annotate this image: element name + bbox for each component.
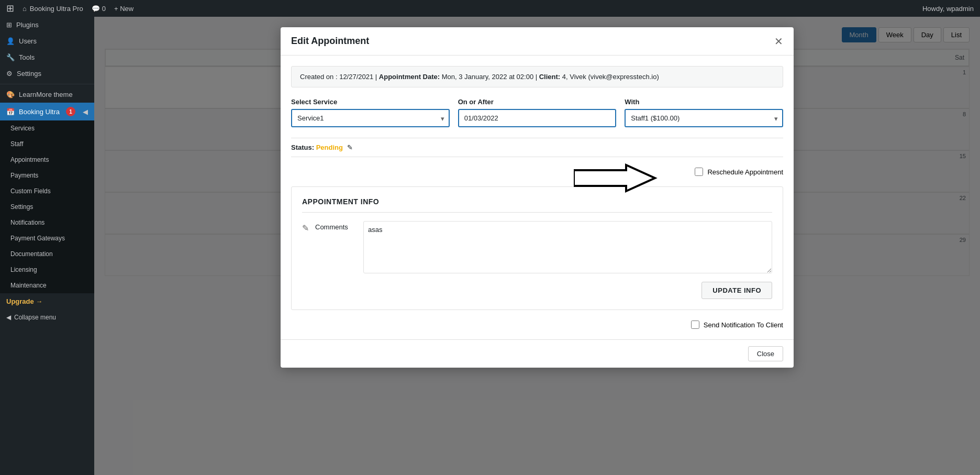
sidebar-item-maintenance[interactable]: Maintenance — [0, 278, 94, 293]
admin-bar: ⊞ ⌂ Booking Ultra Pro 💬 0 + New Howdy, w… — [0, 0, 980, 17]
status-edit-icon[interactable]: ✎ — [347, 143, 353, 151]
learnmore-icon: 🎨 — [6, 91, 15, 98]
sidebar-item-appointments[interactable]: Appointments — [0, 152, 94, 168]
modal-body: Created on : 12/27/2021 | Appointment Da… — [281, 56, 794, 339]
modal-overlay: Edit Appointment ✕ Created on : 12/27/20… — [94, 17, 980, 475]
reschedule-label: Reschedule Appointment — [707, 168, 783, 176]
modal-footer: Close — [281, 339, 794, 368]
with-group: With Staff1 ($100.00) — [625, 98, 783, 127]
client-label: Client: — [539, 73, 560, 81]
arrow-icon — [574, 162, 658, 194]
close-button[interactable]: Close — [748, 346, 783, 361]
sidebar-item-staff[interactable]: Staff — [0, 136, 94, 152]
select-service-dropdown[interactable]: Service1 — [291, 109, 450, 127]
sidebar-submenu: Services Staff Appointments Payments Cus… — [0, 120, 94, 293]
sidebar-item-notifications[interactable]: Notifications — [0, 215, 94, 230]
sidebar-item-settings[interactable]: ⚙ Settings — [0, 65, 94, 82]
sidebar-item-payment-gateways[interactable]: Payment Gateways — [0, 230, 94, 246]
settings-icon: ⚙ — [6, 70, 13, 78]
edit-appointment-modal: Edit Appointment ✕ Created on : 12/27/20… — [281, 27, 794, 368]
select-service-wrapper: Service1 — [291, 109, 450, 127]
plugins-icon: ⊞ — [6, 21, 12, 29]
reschedule-checkbox[interactable] — [695, 168, 703, 176]
appointment-info-section: APPOINTMENT INFO ✎ Comments asas UPDATE … — [291, 186, 783, 310]
update-info-button[interactable]: UPDATE INFO — [701, 282, 772, 299]
comments-link[interactable]: 💬 0 — [92, 5, 106, 13]
tools-icon: 🔧 — [6, 53, 15, 61]
select-service-label: Select Service — [291, 98, 450, 106]
sidebar-item-booking-ultra[interactable]: 📅 Booking Ultra 1 ◀ — [0, 103, 94, 120]
users-icon: 👤 — [6, 37, 15, 45]
booking-badge: 1 — [66, 107, 75, 116]
new-link[interactable]: + New — [114, 5, 133, 13]
comments-textarea[interactable]: asas — [363, 221, 772, 273]
reschedule-row: Reschedule Appointment — [291, 168, 783, 176]
created-on-label: Created on : 12/27/2021 | — [300, 73, 379, 81]
modal-header: Edit Appointment ✕ — [281, 27, 794, 56]
sidebar: ⊞ Plugins 👤 Users 🔧 Tools ⚙ Settings 🎨 L… — [0, 17, 94, 475]
home-icon: ⌂ — [23, 5, 27, 13]
status-row: Status: Pending ✎ — [291, 138, 783, 157]
sidebar-divider — [0, 84, 94, 84]
svg-marker-0 — [574, 165, 655, 191]
sidebar-item-users[interactable]: 👤 Users — [0, 33, 94, 49]
appointment-meta: Created on : 12/27/2021 | Appointment Da… — [291, 66, 783, 87]
appointment-date-value: Mon, 3 January, 2022 at 02:00 | — [442, 73, 539, 81]
arrow-annotation — [574, 162, 658, 195]
form-row: Select Service Service1 On or After — [291, 98, 783, 127]
chevron-icon: ◀ — [83, 108, 88, 116]
sidebar-item-documentation[interactable]: Documentation — [0, 246, 94, 262]
on-or-after-label: On or After — [458, 98, 617, 106]
wp-logo-icon: ⊞ — [6, 3, 14, 14]
comment-icon: 💬 — [92, 5, 100, 13]
sidebar-item-licensing[interactable]: Licensing — [0, 262, 94, 278]
sidebar-item-services[interactable]: Services — [0, 120, 94, 136]
comments-label: Comments — [315, 223, 357, 231]
notification-label: Send Notification To Client — [704, 321, 783, 329]
notification-checkbox[interactable] — [691, 321, 699, 329]
sidebar-item-plugins[interactable]: ⊞ Plugins — [0, 17, 94, 33]
status-value: Pending — [316, 143, 343, 151]
comments-row: ✎ Comments asas — [302, 221, 772, 273]
sidebar-item-settings-sub[interactable]: Settings — [0, 199, 94, 215]
with-dropdown[interactable]: Staff1 ($100.00) — [625, 109, 783, 127]
select-service-group: Select Service Service1 — [291, 98, 450, 127]
with-wrapper: Staff1 ($100.00) — [625, 109, 783, 127]
howdy-text: Howdy, wpadmin — [922, 5, 974, 13]
section-title: APPOINTMENT INFO — [302, 197, 772, 206]
modal-title: Edit Appointment — [291, 36, 369, 47]
on-or-after-group: On or After — [458, 98, 617, 127]
sidebar-item-tools[interactable]: 🔧 Tools — [0, 49, 94, 65]
update-btn-container: UPDATE INFO — [302, 282, 772, 299]
modal-close-button[interactable]: ✕ — [774, 36, 783, 47]
site-name[interactable]: ⌂ Booking Ultra Pro — [23, 5, 83, 13]
notification-row: Send Notification To Client — [291, 321, 783, 329]
sidebar-item-payments[interactable]: Payments — [0, 168, 94, 183]
sidebar-item-learnmore[interactable]: 🎨 LearnMore theme — [0, 86, 94, 103]
comments-edit-icon: ✎ — [302, 223, 309, 233]
on-or-after-input[interactable] — [458, 109, 617, 127]
status-label: Status: — [291, 143, 314, 151]
collapse-menu[interactable]: ◀ Collapse menu — [0, 310, 94, 325]
client-value: 4, Vivek (vivek@expresstech.io) — [562, 73, 659, 81]
sidebar-item-custom-fields[interactable]: Custom Fields — [0, 183, 94, 199]
booking-icon: 📅 — [6, 108, 15, 116]
appointment-date-label: Appointment Date: — [379, 73, 440, 81]
main-content: Month Week Day List Fri Sat 31 1 7 8 14 … — [94, 17, 980, 475]
section-divider — [302, 212, 772, 213]
with-label: With — [625, 98, 783, 106]
collapse-icon: ◀ — [6, 314, 11, 321]
upgrade-link[interactable]: Upgrade → — [0, 293, 94, 310]
